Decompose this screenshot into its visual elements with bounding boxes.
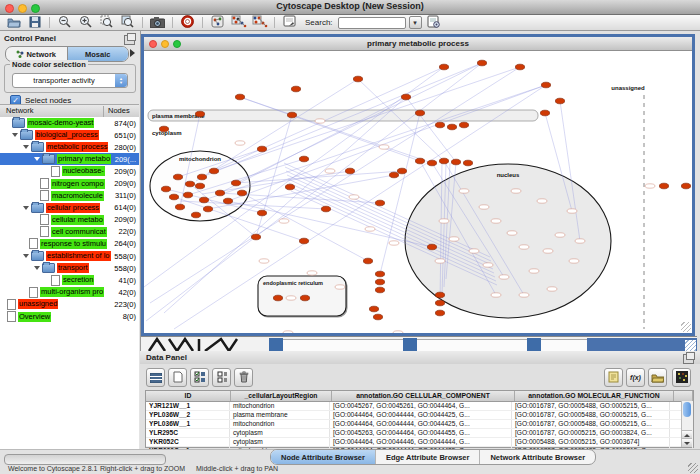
graph-node[interactable] <box>389 172 398 178</box>
network-window-titlebar[interactable]: primary metabolic process <box>144 37 692 51</box>
graph-node[interactable] <box>439 158 448 164</box>
graph-node[interactable] <box>363 258 372 264</box>
snapshot-button[interactable] <box>148 16 167 30</box>
graph-node[interactable] <box>401 94 410 100</box>
tree-row[interactable]: mosaic-demo-yeast874(0) <box>0 117 139 129</box>
tree-row[interactable]: primary metabo209(... <box>0 153 139 165</box>
label-button[interactable] <box>604 368 623 387</box>
graph-node[interactable] <box>185 181 194 187</box>
graph-node[interactable] <box>175 204 184 210</box>
tree-row[interactable]: response to stimulu264(0) <box>0 238 139 250</box>
zoom-out-button[interactable] <box>55 16 74 30</box>
table-row[interactable]: YPL036W__2plasma membrane[GO:0044464, GO… <box>146 411 693 420</box>
graph-node[interactable] <box>373 314 382 320</box>
network-canvas[interactable]: plasma membrane cytoplasm mitochondrion … <box>144 51 692 333</box>
tree-row[interactable]: cell communicat22(0) <box>0 226 139 238</box>
graph-node[interactable] <box>451 159 460 165</box>
tab-edge-attribute-browser[interactable]: Edge Attribute Browser <box>375 450 479 464</box>
expander-icon[interactable] <box>23 206 29 210</box>
table-column-header[interactable]: annotation.GO MOLECULAR_FUNCTION <box>515 391 674 401</box>
graph-node[interactable] <box>435 310 444 316</box>
graph-node[interactable] <box>300 295 309 301</box>
graph-node[interactable] <box>463 160 472 166</box>
graph-node[interactable] <box>459 122 468 128</box>
graph-node[interactable] <box>375 200 384 206</box>
tree-row[interactable]: multi-organism pro42(0) <box>0 286 139 298</box>
graph-node[interactable] <box>173 174 182 180</box>
search-input[interactable] <box>338 17 406 29</box>
table-row[interactable]: YPL036W__1mitochondrion[GO:0044464, GO:0… <box>146 420 693 429</box>
expander-icon[interactable] <box>34 266 40 270</box>
app-resize-grip[interactable] <box>688 463 698 473</box>
tree-row[interactable]: macromolecule311(0) <box>0 190 139 202</box>
graph-node[interactable] <box>540 110 549 116</box>
table-column-header[interactable]: _cellularLayoutRegion <box>231 391 332 401</box>
graph-node[interactable] <box>195 183 204 189</box>
tab-mosaic[interactable]: Mosaic <box>67 47 129 61</box>
background-window-edge[interactable] <box>269 338 283 351</box>
graph-node[interactable] <box>191 212 200 218</box>
graph-node[interactable] <box>369 306 378 312</box>
graph-node[interactable] <box>195 111 204 117</box>
graph-node[interactable] <box>353 76 362 82</box>
expander-icon[interactable] <box>23 145 29 149</box>
window-resize-grip[interactable] <box>685 340 696 351</box>
new-attribute-button[interactable] <box>168 368 187 387</box>
tree-row[interactable]: nitrogen compo209(0) <box>0 177 139 189</box>
graph-node[interactable] <box>203 206 212 212</box>
tree-row[interactable]: biological_process651(0) <box>0 129 139 141</box>
tree-row[interactable]: secretion41(0) <box>0 274 139 286</box>
table-scrollbar[interactable] <box>681 401 693 447</box>
graph-node[interactable] <box>427 244 436 250</box>
tree-row[interactable]: unassigned223(0) <box>0 298 139 310</box>
tree-row[interactable]: establishment of lo558(0) <box>0 250 139 262</box>
graph-node[interactable] <box>435 122 444 128</box>
table-column-header[interactable]: ID <box>146 391 231 401</box>
graph-node[interactable] <box>257 146 266 152</box>
graph-node[interactable] <box>159 126 168 132</box>
graph-node[interactable] <box>375 279 384 285</box>
expander-icon[interactable] <box>23 254 29 258</box>
annotation-button[interactable] <box>280 16 299 30</box>
graph-node[interactable] <box>299 156 308 162</box>
graph-node[interactable] <box>515 64 524 70</box>
graph-node[interactable] <box>541 82 550 88</box>
graph-node[interactable] <box>415 110 424 116</box>
expander-icon[interactable] <box>34 157 40 161</box>
graph-node[interactable] <box>435 300 444 306</box>
help-button[interactable] <box>178 16 197 30</box>
graph-node[interactable] <box>439 64 448 70</box>
delete-attribute-button[interactable] <box>234 368 253 387</box>
graph-node[interactable] <box>299 238 308 244</box>
graph-node[interactable] <box>435 292 444 298</box>
node-color-dropdown[interactable]: transporter activity <box>12 73 128 88</box>
graph-node[interactable] <box>681 183 690 189</box>
table-row[interactable]: YLR295Ccytoplasm[GO:0045263, GO:0044464,… <box>146 429 693 438</box>
graph-node[interactable] <box>223 198 232 204</box>
graph-node[interactable] <box>231 180 240 186</box>
graph-node[interactable] <box>237 190 246 196</box>
tree-row[interactable]: cellular process614(0) <box>0 202 139 214</box>
graph-node[interactable] <box>287 112 296 118</box>
matrix-view-button[interactable] <box>672 368 691 387</box>
apply-layout-button[interactable] <box>229 16 248 30</box>
import-attributes-button[interactable] <box>648 368 667 387</box>
tree-row[interactable]: transport558(0) <box>0 262 139 274</box>
open-file-button[interactable] <box>4 16 23 30</box>
save-button[interactable] <box>25 16 44 30</box>
tab-node-attribute-browser[interactable]: Node Attribute Browser <box>271 450 375 464</box>
tab-network[interactable]: Network <box>6 47 67 61</box>
background-window-edge[interactable] <box>527 338 541 351</box>
graph-node[interactable] <box>375 271 384 277</box>
graph-node[interactable] <box>291 86 300 92</box>
float-panel-icon[interactable] <box>683 354 694 364</box>
select-all-attributes-button[interactable] <box>190 368 209 387</box>
select-attributes-button[interactable] <box>146 368 165 387</box>
graph-node[interactable] <box>251 234 260 240</box>
graph-node[interactable] <box>209 168 218 174</box>
scrollbar-thumb[interactable] <box>683 402 691 417</box>
graph-node[interactable] <box>345 168 354 174</box>
graph-node[interactable] <box>477 60 486 66</box>
zoom-selected-button[interactable] <box>97 16 116 30</box>
graph-node[interactable] <box>415 158 424 164</box>
